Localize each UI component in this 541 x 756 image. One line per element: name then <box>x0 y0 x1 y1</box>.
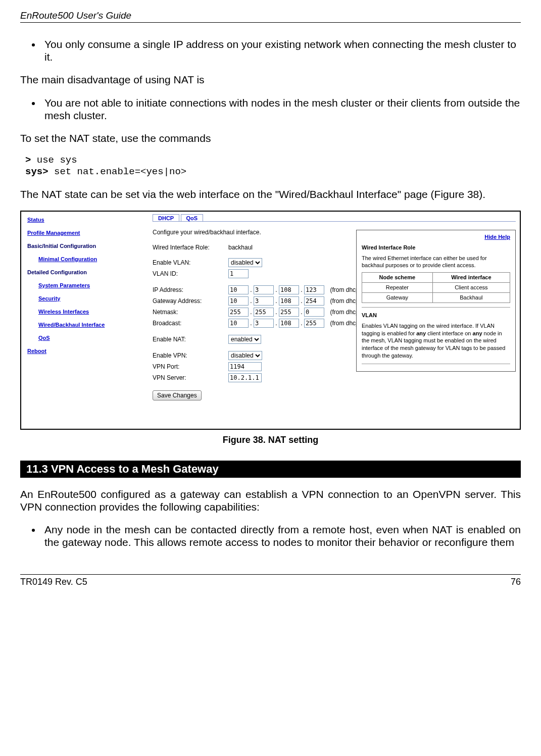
help-table: Node schemeWired interface RepeaterClien… <box>362 272 510 303</box>
help-text: Enables VLAN tagging on the wired interf… <box>362 322 510 360</box>
input-ip-c[interactable] <box>279 285 299 294</box>
input-bc-b[interactable] <box>254 319 274 328</box>
cmd-text: use sys <box>31 155 77 166</box>
help-title-vlan: VLAN <box>362 312 510 319</box>
input-nm-a[interactable] <box>228 308 249 317</box>
label-gateway: Gateway Address: <box>153 297 228 305</box>
nav-status[interactable]: Status <box>27 217 144 223</box>
figure-screenshot: Status Profile Management Basic/Initial … <box>20 211 521 430</box>
input-gw-d[interactable] <box>304 296 324 306</box>
input-bc-d[interactable] <box>304 319 324 328</box>
select-nat-enable[interactable]: enabled <box>228 335 261 344</box>
help-td: Repeater <box>362 283 433 293</box>
cmd-prompt: sys> <box>25 166 48 177</box>
label-vpn-server: VPN Server: <box>153 374 228 381</box>
nav-reboot[interactable]: Reboot <box>27 348 144 354</box>
tab-qos[interactable]: QoS <box>181 214 204 222</box>
hide-help-link[interactable]: Hide Help <box>484 234 510 240</box>
input-vpn-server[interactable] <box>228 373 262 382</box>
dhcp-note: (from dhcp <box>330 297 359 305</box>
nav-wireless[interactable]: Wireless Interfaces <box>38 309 144 315</box>
input-ip-d[interactable] <box>304 285 324 294</box>
paragraph: The NAT state can be set via the web int… <box>20 188 521 200</box>
help-title-role: Wired Interface Role <box>362 244 510 251</box>
nav-qos[interactable]: QoS <box>38 335 144 341</box>
paragraph: An EnRoute500 configured as a gateway ca… <box>20 488 521 513</box>
dhcp-note: (from dhcp <box>330 286 359 293</box>
select-vpn-enable[interactable]: disabled <box>228 351 262 360</box>
input-bc-a[interactable] <box>228 319 249 328</box>
bullet-item: You only consume a single IP address on … <box>41 38 521 63</box>
nav-profile[interactable]: Profile Management <box>27 230 144 236</box>
input-ip-b[interactable] <box>254 285 274 294</box>
select-vlan-enable[interactable]: disabled <box>228 258 262 267</box>
help-td: Client access <box>432 283 510 293</box>
nav-wired-backhaul[interactable]: Wired/Backhaul Interface <box>38 322 144 328</box>
input-gw-a[interactable] <box>228 296 249 306</box>
input-bc-c[interactable] <box>279 319 299 328</box>
help-td: Gateway <box>362 292 433 303</box>
footer-page-number: 76 <box>511 577 521 587</box>
label-netmask: Netmask: <box>153 309 228 316</box>
page-footer: TR0149 Rev. C5 76 <box>20 574 521 587</box>
value-role: backhaul <box>228 244 253 251</box>
help-text: The wired Ethernet interface can either … <box>362 255 510 270</box>
header-rule <box>20 22 521 23</box>
paragraph: To set the NAT state, use the commands <box>20 132 521 144</box>
input-nm-c[interactable] <box>279 308 299 317</box>
input-ip-a[interactable] <box>228 285 249 294</box>
command-block: > use sys sys> set nat.enable=<yes|no> <box>25 155 521 178</box>
input-gw-b[interactable] <box>254 296 274 306</box>
config-panel: DHCP QoS Configure your wired/backhaul i… <box>149 212 520 429</box>
doc-header-title: EnRoute500 User's Guide <box>20 10 521 21</box>
nav-detailed-heading: Detailed Configuration <box>27 269 144 275</box>
input-vpn-port[interactable] <box>228 362 262 371</box>
help-th: Wired interface <box>432 273 510 283</box>
label-nat-enable: Enable NAT: <box>153 336 228 343</box>
save-button[interactable]: Save Changes <box>153 390 202 400</box>
label-ip: IP Address: <box>153 286 228 293</box>
input-vlan-id[interactable] <box>228 269 249 278</box>
dhcp-note: (from dhcp <box>330 320 359 327</box>
figure-caption: Figure 38. NAT setting <box>20 435 521 445</box>
paragraph: The main disadvantage of using NAT is <box>20 73 521 86</box>
label-broadcast: Broadcast: <box>153 320 228 327</box>
bullet-item: Any node in the mesh can be contacted di… <box>41 523 521 548</box>
label-role: Wired Interface Role: <box>153 244 228 251</box>
help-th: Node scheme <box>362 273 433 283</box>
dhcp-note: (from dhcp <box>330 309 359 316</box>
help-td: Backhaul <box>432 292 510 303</box>
input-nm-d[interactable] <box>304 308 324 317</box>
cmd-prompt: > <box>25 155 31 166</box>
section-heading: 11.3 VPN Access to a Mesh Gateway <box>20 461 521 478</box>
bullet-item: You are not able to initiate connections… <box>41 96 521 122</box>
label-vlan-enable: Enable VLAN: <box>153 259 228 266</box>
nav-basic-heading: Basic/Initial Configuration <box>27 243 144 249</box>
cmd-text: set nat.enable=<yes|no> <box>48 166 187 177</box>
help-panel: Hide Help Wired Interface Role The wired… <box>356 230 516 372</box>
label-vpn-enable: Enable VPN: <box>153 352 228 359</box>
input-gw-c[interactable] <box>279 296 299 306</box>
nav-security[interactable]: Security <box>38 295 144 301</box>
label-vlan-id: VLAN ID: <box>153 270 228 277</box>
nav-system-params[interactable]: System Parameters <box>38 282 144 288</box>
sidebar-nav: Status Profile Management Basic/Initial … <box>21 212 149 429</box>
label-vpn-port: VPN Port: <box>153 363 228 370</box>
tab-dhcp[interactable]: DHCP <box>153 214 179 222</box>
tab-bar: DHCP QoS <box>153 214 516 222</box>
footer-left: TR0149 Rev. C5 <box>20 577 87 587</box>
nav-minimal[interactable]: Minimal Configuration <box>38 256 144 262</box>
input-nm-b[interactable] <box>254 308 274 317</box>
